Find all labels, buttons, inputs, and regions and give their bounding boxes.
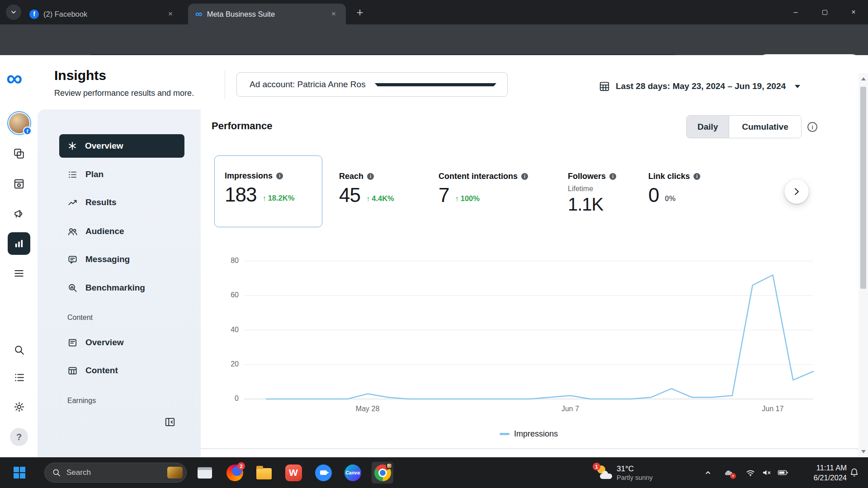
taskbar-file-explorer[interactable] bbox=[253, 462, 275, 483]
x-tick-label: Jun 17 bbox=[762, 405, 783, 413]
sidebar-item-benchmarking[interactable]: Benchmarking bbox=[59, 276, 184, 300]
megaphone-icon bbox=[13, 208, 25, 220]
taskbar-app-window[interactable] bbox=[194, 462, 216, 483]
left-rail: ∞ f bbox=[0, 55, 38, 457]
calendar-grid-icon bbox=[599, 80, 610, 92]
tab-meta-business-suite[interactable]: ∞ Meta Business Suite × bbox=[188, 4, 346, 24]
date-range-selector[interactable]: Last 28 days: May 23, 2024 – Jun 19, 202… bbox=[599, 79, 800, 94]
browser-titlebar: f (2) Facebook × ∞ Meta Business Suite ×… bbox=[0, 0, 868, 24]
legend-marker bbox=[500, 433, 509, 435]
info-icon[interactable]: i bbox=[367, 173, 374, 180]
windows-start-button[interactable] bbox=[14, 467, 25, 479]
bell-icon bbox=[849, 467, 859, 478]
maximize-button[interactable] bbox=[810, 0, 839, 24]
metric-card-reach[interactable]: Reachi 45 ↑4.4K% bbox=[339, 172, 394, 205]
sidebar-item-results[interactable]: Results bbox=[59, 191, 184, 214]
ad-account-selector[interactable]: Ad account: Patricia Anne Rose Ame 60027… bbox=[236, 72, 508, 97]
sidebar-item-audience[interactable]: Audience bbox=[59, 220, 184, 243]
taskbar-wps-office[interactable]: W bbox=[283, 462, 304, 483]
meta-logo[interactable]: ∞ bbox=[6, 67, 23, 89]
toggle-cumulative-button[interactable]: Cumulative bbox=[729, 116, 801, 138]
info-icon[interactable]: i bbox=[521, 173, 528, 180]
performance-info-icon[interactable]: i bbox=[807, 122, 817, 132]
taskbar-clock[interactable]: 11:11 AM 6/21/2024 bbox=[814, 463, 847, 483]
hamburger-menu-icon bbox=[13, 267, 25, 279]
rail-item-insights-active[interactable] bbox=[8, 232, 30, 255]
info-icon[interactable]: i bbox=[609, 173, 616, 180]
minimize-button[interactable]: – bbox=[781, 0, 810, 24]
folder-icon bbox=[256, 468, 272, 479]
info-icon[interactable]: i bbox=[693, 173, 700, 180]
insights-header: Insights Review performance results and … bbox=[0, 55, 857, 109]
rail-item-ads[interactable] bbox=[8, 205, 30, 223]
date-range-label: Last 28 days: May 23, 2024 – Jun 19, 202… bbox=[616, 81, 786, 91]
metric-card-followers[interactable]: Followersi Lifetime 1.1K bbox=[568, 172, 616, 213]
search-highlight-image[interactable] bbox=[167, 467, 183, 479]
close-tab-icon[interactable]: × bbox=[329, 9, 339, 19]
rail-item-monetization[interactable] bbox=[8, 175, 30, 193]
scroll-up-arrow-icon[interactable] bbox=[861, 77, 866, 80]
page-scrollbar[interactable] bbox=[859, 73, 868, 457]
tab-title: Meta Business Suite bbox=[207, 10, 324, 19]
rail-settings-button[interactable] bbox=[8, 398, 30, 416]
next-metrics-button[interactable] bbox=[784, 179, 809, 204]
taskbar-canva[interactable]: Canva bbox=[342, 462, 363, 483]
taskbar-search-box[interactable]: Search bbox=[44, 463, 187, 483]
metric-delta: 0% bbox=[665, 194, 675, 203]
tab-facebook[interactable]: f (2) Facebook × bbox=[22, 4, 183, 24]
notification-bell-button[interactable] bbox=[849, 467, 859, 478]
rail-item-all-tools[interactable] bbox=[8, 264, 30, 282]
benchmarking-icon bbox=[67, 283, 78, 293]
tray-volume-muted[interactable] bbox=[761, 467, 772, 478]
clock-date: 6/21/2024 bbox=[814, 473, 847, 483]
clock-time: 11:11 AM bbox=[814, 463, 847, 473]
sidebar-item-plan[interactable]: Plan bbox=[59, 163, 184, 186]
taskbar-weather-widget[interactable]: 1 31°C Partly sunny bbox=[595, 462, 653, 483]
tray-show-hidden-icons[interactable] bbox=[703, 467, 713, 478]
close-tab-icon[interactable]: × bbox=[165, 9, 175, 19]
search-icon bbox=[14, 344, 25, 356]
performance-title: Performance bbox=[212, 120, 273, 132]
caret-down-icon bbox=[375, 83, 496, 86]
screen: f (2) Facebook × ∞ Meta Business Suite ×… bbox=[0, 0, 868, 488]
scroll-down-arrow-icon[interactable] bbox=[861, 450, 866, 453]
page-title: Insights bbox=[54, 68, 106, 83]
toggle-daily-button[interactable]: Daily bbox=[687, 116, 729, 138]
new-tab-button[interactable]: + bbox=[353, 5, 367, 19]
metric-value: 183 bbox=[225, 185, 256, 205]
rail-search-button[interactable] bbox=[8, 341, 30, 359]
sidebar-item-overview[interactable]: Overview bbox=[59, 134, 184, 158]
tray-sync-error[interactable]: × bbox=[723, 467, 734, 478]
panel-bottom-divider bbox=[201, 448, 859, 449]
sidebar-item-content-overview[interactable]: Overview bbox=[59, 331, 184, 354]
sidebar-item-content-library[interactable]: Content bbox=[59, 359, 184, 382]
app-window-icon bbox=[198, 467, 212, 479]
tray-battery[interactable] bbox=[778, 467, 788, 478]
y-tick-label: 0 bbox=[201, 394, 239, 403]
insights-sidebar: Overview Plan Results Audience Messaging… bbox=[38, 109, 201, 457]
help-button[interactable]: ? bbox=[10, 428, 28, 446]
taskbar-chrome[interactable] bbox=[372, 462, 393, 483]
ad-account-label: Ad account: Patricia Anne Rose Ame 60027… bbox=[250, 80, 366, 89]
taskbar-firefox[interactable]: 2 bbox=[224, 462, 245, 483]
overview-asterisk-icon bbox=[67, 141, 77, 151]
increase-arrow-icon: ↑ bbox=[455, 194, 458, 203]
scrollbar-thumb[interactable] bbox=[860, 87, 866, 289]
metric-value: 1.1K bbox=[568, 195, 603, 213]
metric-card-content-interactions[interactable]: Content interactionsi 7 ↑100% bbox=[439, 172, 528, 205]
rail-activity-button[interactable] bbox=[8, 368, 30, 386]
rail-item-content[interactable] bbox=[8, 145, 30, 163]
collapse-sidebar-button[interactable] bbox=[164, 416, 176, 428]
tab-search-button[interactable] bbox=[6, 5, 21, 20]
info-icon[interactable]: i bbox=[276, 173, 283, 179]
facebook-badge-icon: f bbox=[23, 127, 32, 135]
taskbar-zoom[interactable] bbox=[312, 462, 334, 483]
metric-card-impressions[interactable]: Impressionsi 183 ↑18.2K% bbox=[214, 155, 322, 227]
sidebar-item-messaging[interactable]: Messaging bbox=[59, 248, 184, 271]
metric-card-link-clicks[interactable]: Link clicksi 0 0% bbox=[648, 172, 700, 205]
cloud-error-icon: × bbox=[723, 467, 734, 478]
close-window-button[interactable]: × bbox=[839, 0, 868, 24]
metric-label: Content interactions bbox=[439, 172, 518, 181]
business-avatar[interactable]: f bbox=[9, 113, 29, 133]
tray-wifi[interactable] bbox=[745, 467, 756, 478]
